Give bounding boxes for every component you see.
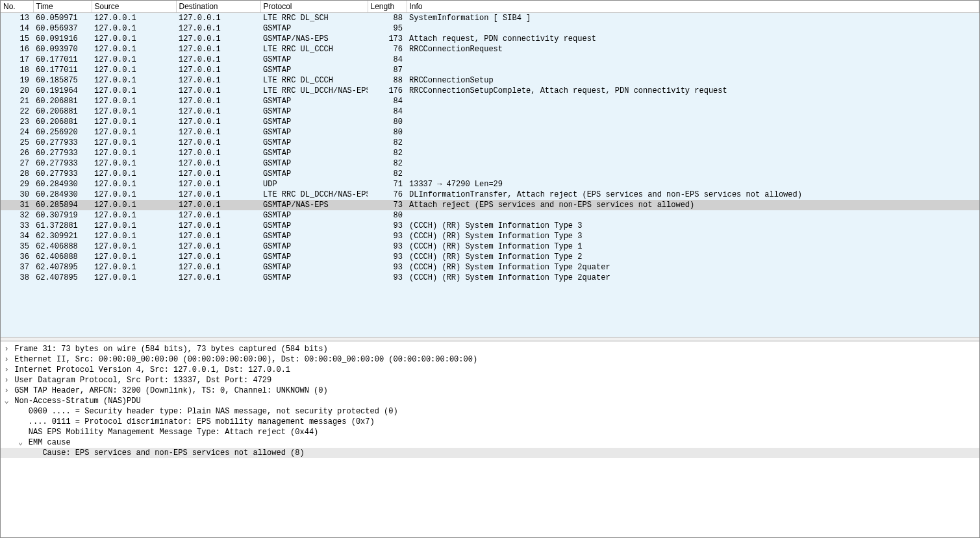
cell-length: 84 [368,96,407,106]
cell-info: (CCCH) (RR) System Information Type 3 [407,221,979,231]
table-row[interactable]: 2660.277933127.0.0.1127.0.0.1GSMTAP82 [1,148,979,158]
table-row[interactable]: 3060.284930127.0.0.1127.0.0.1LTE RRC DL_… [1,190,979,200]
table-row[interactable]: 3160.285894127.0.0.1127.0.0.1GSMTAP/NAS-… [1,200,979,210]
cell-proto: LTE RRC UL_CCCH [260,44,368,55]
cell-no: 32 [1,210,33,221]
table-row[interactable]: 2160.206881127.0.0.1127.0.0.1GSMTAP84 [1,96,979,106]
cell-source: 127.0.0.1 [92,273,176,283]
chevron-down-icon[interactable]: ⌄ [3,396,10,406]
cell-dest: 127.0.0.1 [176,200,260,210]
table-row[interactable]: 2860.277933127.0.0.1127.0.0.1GSMTAP82 [1,169,979,179]
col-header-proto[interactable]: Protocol [260,1,368,13]
cell-info: 13337 → 47290 Len=29 [407,179,979,190]
cell-length: 82 [368,169,407,179]
cell-time: 60.256920 [33,127,92,138]
detail-text: Cause: EPS services and non-EPS services… [42,448,304,458]
packet-details-pane[interactable]: › Frame 31: 73 bytes on wire (584 bits),… [1,341,979,537]
cell-source: 127.0.0.1 [92,262,176,273]
detail-line[interactable]: .... 0111 = Protocol discriminator: EPS … [1,417,979,427]
cell-info: RRCConnectionSetupComplete, Attach reque… [407,86,979,96]
detail-line[interactable]: › User Datagram Protocol, Src Port: 1333… [1,375,979,385]
cell-time: 60.177011 [33,55,92,65]
chevron-right-icon[interactable]: › [3,385,10,396]
table-row[interactable]: 3562.406888127.0.0.1127.0.0.1GSMTAP93(CC… [1,241,979,252]
table-row[interactable]: 3862.407895127.0.0.1127.0.0.1GSMTAP93(CC… [1,273,979,283]
table-row[interactable]: 1760.177011127.0.0.1127.0.0.1GSMTAP84 [1,55,979,65]
detail-line[interactable]: ⌄ Non-Access-Stratum (NAS)PDU [1,396,979,406]
table-row[interactable]: 1560.091916127.0.0.1127.0.0.1GSMTAP/NAS-… [1,34,979,44]
cell-dest: 127.0.0.1 [176,23,260,34]
table-row[interactable]: 1660.093970127.0.0.1127.0.0.1LTE RRC UL_… [1,44,979,55]
cell-proto: GSMTAP [260,23,368,34]
table-row[interactable]: 2460.256920127.0.0.1127.0.0.1GSMTAP80 [1,127,979,138]
table-row[interactable]: 2260.206881127.0.0.1127.0.0.1GSMTAP84 [1,106,979,117]
table-row[interactable]: 3361.372881127.0.0.1127.0.0.1GSMTAP93(CC… [1,221,979,231]
table-row[interactable]: 1460.056937127.0.0.1127.0.0.1GSMTAP95 [1,23,979,34]
cell-length: 82 [368,158,407,169]
detail-line[interactable]: NAS EPS Mobility Management Message Type… [1,427,979,437]
col-header-dest[interactable]: Destination [176,1,260,13]
cell-length: 93 [368,231,407,241]
col-header-info[interactable]: Info [407,1,979,13]
table-row[interactable]: 3662.406888127.0.0.1127.0.0.1GSMTAP93(CC… [1,252,979,262]
table-row[interactable]: 2560.277933127.0.0.1127.0.0.1GSMTAP82 [1,138,979,148]
detail-line[interactable]: ⌄ EMM cause [1,437,979,448]
chevron-right-icon[interactable]: › [3,365,10,375]
table-row[interactable]: 2760.277933127.0.0.1127.0.0.1GSMTAP82 [1,158,979,169]
chevron-down-icon[interactable]: ⌄ [18,437,24,448]
col-header-time[interactable]: Time [33,1,92,13]
cell-info [407,148,979,158]
cell-source: 127.0.0.1 [92,34,176,44]
cell-proto: GSMTAP [260,169,368,179]
detail-line[interactable]: › GSM TAP Header, ARFCN: 3200 (Downlink)… [1,385,979,396]
cell-proto: GSMTAP [260,262,368,273]
cell-length: 87 [368,65,407,75]
cell-no: 20 [1,86,33,96]
table-row[interactable]: 2060.191964127.0.0.1127.0.0.1LTE RRC UL_… [1,86,979,96]
cell-dest: 127.0.0.1 [176,13,260,24]
table-row[interactable]: 1360.050971127.0.0.1127.0.0.1LTE RRC DL_… [1,13,979,24]
cell-time: 60.277933 [33,138,92,148]
detail-line[interactable]: › Ethernet II, Src: 00:00:00_00:00:00 (0… [1,354,979,365]
col-header-length[interactable]: Length [368,1,407,13]
detail-text: .... 0111 = Protocol discriminator: EPS … [29,417,375,426]
chevron-right-icon[interactable]: › [3,375,10,385]
cell-no: 27 [1,158,33,169]
chevron-right-icon[interactable]: › [3,344,10,354]
detail-line[interactable]: › Internet Protocol Version 4, Src: 127.… [1,365,979,375]
col-header-source[interactable]: Source [92,1,176,13]
cell-time: 62.407895 [33,273,92,283]
detail-line[interactable]: 0000 .... = Security header type: Plain … [1,406,979,417]
cell-source: 127.0.0.1 [92,190,176,200]
detail-line[interactable]: › Frame 31: 73 bytes on wire (584 bits),… [1,344,979,354]
cell-time: 62.407895 [33,262,92,273]
table-row[interactable]: 1960.185875127.0.0.1127.0.0.1LTE RRC DL_… [1,75,979,86]
cell-length: 80 [368,117,407,127]
cell-length: 93 [368,273,407,283]
cell-info: (CCCH) (RR) System Information Type 3 [407,231,979,241]
chevron-right-icon[interactable]: › [3,354,10,365]
cell-source: 127.0.0.1 [92,231,176,241]
table-row[interactable]: 1860.177011127.0.0.1127.0.0.1GSMTAP87 [1,65,979,75]
cell-length: 80 [368,210,407,221]
table-row[interactable]: 3260.307919127.0.0.1127.0.0.1GSMTAP80 [1,210,979,221]
table-row[interactable]: 3462.309921127.0.0.1127.0.0.1GSMTAP93(CC… [1,231,979,241]
cell-source: 127.0.0.1 [92,158,176,169]
cell-source: 127.0.0.1 [92,138,176,148]
detail-line[interactable]: Cause: EPS services and non-EPS services… [1,448,979,458]
cell-no: 15 [1,34,33,44]
table-row[interactable]: 3762.407895127.0.0.1127.0.0.1GSMTAP93(CC… [1,262,979,273]
table-row[interactable]: 2960.284930127.0.0.1127.0.0.1UDP7113337 … [1,179,979,190]
packet-table-header-row[interactable]: No. Time Source Destination Protocol Len… [1,1,979,13]
cell-source: 127.0.0.1 [92,86,176,96]
cell-dest: 127.0.0.1 [176,169,260,179]
packet-list-pane[interactable]: No. Time Source Destination Protocol Len… [1,1,979,337]
cell-info: (CCCH) (RR) System Information Type 2qua… [407,262,979,273]
cell-dest: 127.0.0.1 [176,210,260,221]
cell-dest: 127.0.0.1 [176,179,260,190]
table-row[interactable]: 2360.206881127.0.0.1127.0.0.1GSMTAP80 [1,117,979,127]
tree-spacer [31,448,38,458]
cell-no: 23 [1,117,33,127]
cell-no: 37 [1,262,33,273]
col-header-no[interactable]: No. [1,1,33,13]
